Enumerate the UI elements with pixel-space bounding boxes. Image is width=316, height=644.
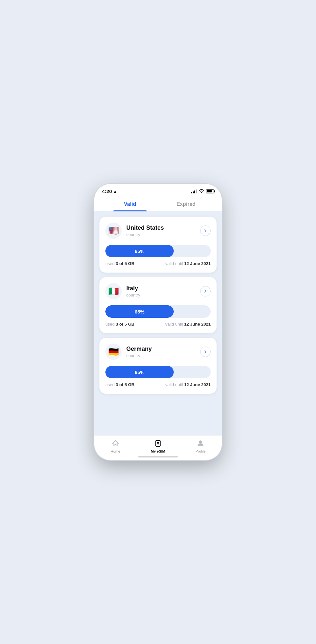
detail-button[interactable] bbox=[200, 225, 211, 236]
valid-until-text: valid until 12 June 2021 bbox=[165, 382, 211, 387]
bottom-nav: Home My eSIM Profile bbox=[94, 435, 222, 455]
valid-until-text: valid until 12 June 2021 bbox=[165, 261, 211, 266]
progress-track: 65% bbox=[105, 305, 211, 318]
nav-esim[interactable]: My eSIM bbox=[137, 439, 179, 453]
usage-info: used 3 of 5 GB valid until 12 June 2021 bbox=[105, 322, 211, 327]
flag-info: 🇺🇸 United States country bbox=[105, 223, 164, 239]
esim-card-us: 🇺🇸 United States country 65% used 3 of 5… bbox=[99, 217, 217, 273]
esim-card-it: 🇮🇹 Italy country 65% used 3 of 5 GB vali… bbox=[99, 277, 217, 333]
progress-fill: 65% bbox=[105, 305, 174, 318]
profile-label: Profile bbox=[195, 449, 205, 453]
tab-valid[interactable]: Valid bbox=[102, 197, 158, 211]
signal-icon bbox=[191, 189, 197, 193]
usage-info: used 3 of 5 GB valid until 12 June 2021 bbox=[105, 261, 211, 266]
flag-icon: 🇮🇹 bbox=[105, 283, 122, 299]
status-time: 4:20 ▲ bbox=[102, 188, 117, 194]
svg-rect-2 bbox=[158, 442, 159, 443]
usage-info: used 3 of 5 GB valid until 12 June 2021 bbox=[105, 382, 211, 387]
flag-info: 🇮🇹 Italy country bbox=[105, 283, 140, 299]
card-header: 🇮🇹 Italy country bbox=[105, 283, 211, 299]
used-text: used 3 of 5 GB bbox=[105, 261, 134, 266]
phone-frame: 4:20 ▲ Valid Expired bbox=[94, 184, 222, 460]
tab-expired[interactable]: Expired bbox=[158, 197, 214, 211]
progress-label: 65% bbox=[135, 369, 145, 375]
country-label: country bbox=[126, 353, 152, 358]
flag-icon: 🇺🇸 bbox=[105, 223, 122, 239]
home-indicator bbox=[94, 455, 222, 460]
svg-point-5 bbox=[199, 441, 202, 443]
progress-label: 65% bbox=[135, 309, 145, 314]
home-label: Home bbox=[111, 449, 120, 453]
profile-icon bbox=[196, 439, 205, 448]
progress-track: 65% bbox=[105, 245, 211, 257]
status-bar: 4:20 ▲ bbox=[94, 184, 222, 197]
battery-icon bbox=[206, 189, 214, 193]
country-info: Germany country bbox=[126, 346, 152, 358]
progress-fill: 65% bbox=[105, 366, 174, 378]
svg-rect-1 bbox=[157, 442, 158, 443]
home-icon bbox=[111, 439, 120, 448]
country-name: Italy bbox=[126, 285, 140, 292]
status-icons bbox=[191, 189, 214, 194]
card-header: 🇩🇪 Germany country bbox=[105, 344, 211, 360]
nav-home[interactable]: Home bbox=[94, 439, 137, 453]
svg-rect-0 bbox=[156, 440, 160, 446]
progress-track: 65% bbox=[105, 366, 211, 378]
detail-button[interactable] bbox=[200, 286, 211, 296]
used-text: used 3 of 5 GB bbox=[105, 322, 134, 327]
country-label: country bbox=[126, 232, 164, 237]
progress-label: 65% bbox=[135, 248, 145, 254]
nav-profile[interactable]: Profile bbox=[179, 439, 222, 453]
flag-info: 🇩🇪 Germany country bbox=[105, 344, 152, 360]
svg-rect-3 bbox=[157, 443, 158, 444]
country-info: Italy country bbox=[126, 285, 140, 297]
esim-icon bbox=[153, 439, 163, 448]
country-name: United States bbox=[126, 224, 164, 231]
esim-list: 🇺🇸 United States country 65% used 3 of 5… bbox=[94, 211, 222, 435]
tabs-container: Valid Expired bbox=[94, 197, 222, 211]
card-header: 🇺🇸 United States country bbox=[105, 223, 211, 239]
svg-rect-4 bbox=[158, 443, 159, 444]
progress-fill: 65% bbox=[105, 245, 174, 257]
time-display: 4:20 bbox=[102, 188, 112, 194]
esim-card-de: 🇩🇪 Germany country 65% used 3 of 5 GB va… bbox=[99, 338, 217, 394]
flag-icon: 🇩🇪 bbox=[105, 344, 122, 360]
used-text: used 3 of 5 GB bbox=[105, 382, 134, 387]
location-arrow-icon: ▲ bbox=[113, 189, 117, 194]
country-info: United States country bbox=[126, 224, 164, 237]
country-name: Germany bbox=[126, 346, 152, 352]
valid-until-text: valid until 12 June 2021 bbox=[165, 322, 211, 327]
wifi-icon bbox=[199, 189, 204, 194]
detail-button[interactable] bbox=[200, 347, 211, 357]
country-label: country bbox=[126, 293, 140, 297]
esim-label: My eSIM bbox=[151, 449, 165, 453]
